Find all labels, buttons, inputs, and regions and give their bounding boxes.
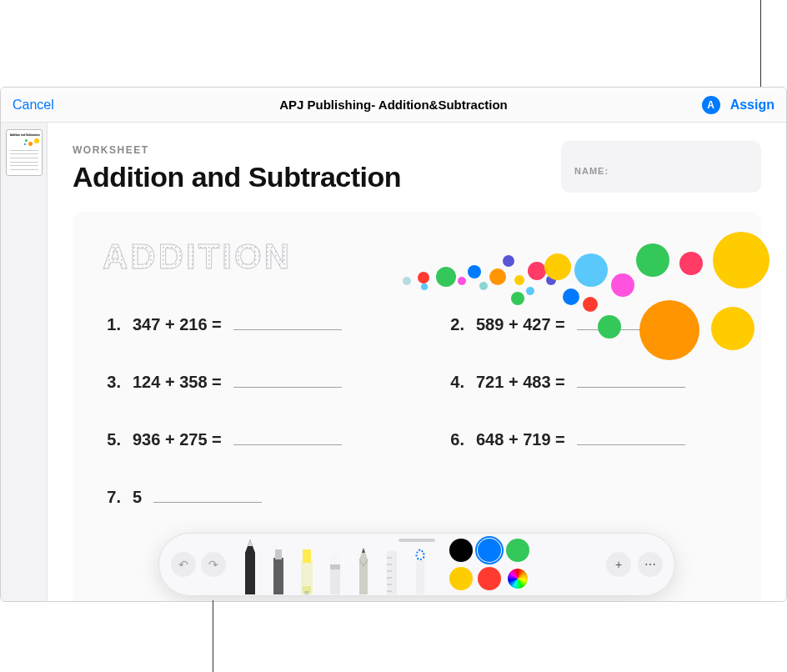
svg-rect-8 (330, 564, 340, 569)
bubble (598, 315, 621, 339)
problem-row: 7.5 (103, 486, 388, 507)
bubble (436, 267, 456, 287)
undo-button[interactable]: ↶ (171, 552, 196, 577)
problem-row: 5.936 + 275 = (103, 429, 388, 449)
app-window: Cancel APJ Publishing- Addition&Subtract… (0, 87, 787, 602)
marker-tool[interactable] (266, 546, 291, 594)
redo-button[interactable]: ↷ (201, 552, 226, 577)
bubble (489, 268, 506, 285)
lasso-tool[interactable] (408, 546, 433, 594)
problem-row: 4.721 + 483 = (446, 371, 731, 392)
answer-blank[interactable] (577, 371, 685, 388)
name-label: NAME: (574, 166, 748, 176)
color-yellow[interactable] (449, 567, 473, 590)
markup-toolbar: ↶ ↷ 80 + ⋯ (158, 533, 675, 596)
bubble (479, 282, 488, 290)
bubble (639, 300, 699, 360)
problem-row: 6.648 + 719 = (446, 429, 731, 449)
bubble (468, 265, 481, 278)
pencil-tool[interactable] (351, 546, 376, 594)
bubble (514, 275, 524, 285)
bubble (403, 277, 411, 285)
color-green[interactable] (506, 539, 529, 562)
color-blue[interactable] (478, 539, 501, 562)
bubble (528, 262, 546, 280)
body: Addition and Subtraction WORKSHEET Addit… (1, 123, 786, 601)
decorative-bubbles (403, 220, 769, 362)
svg-rect-3 (303, 549, 311, 563)
eraser-tool[interactable] (323, 546, 348, 594)
bubble (574, 253, 608, 287)
problem-number: 4. (446, 373, 464, 392)
add-button[interactable]: + (606, 552, 631, 577)
problem-equation: 721 + 483 = (476, 373, 565, 392)
bubble (503, 255, 514, 267)
worksheet-page: WORKSHEET Addition and Subtraction NAME:… (48, 123, 786, 601)
ruler-tool[interactable] (379, 546, 404, 594)
bubble (458, 277, 466, 285)
callout-line-top (760, 0, 761, 87)
document-canvas[interactable]: WORKSHEET Addition and Subtraction NAME:… (48, 123, 786, 601)
pen-tool[interactable] (238, 538, 263, 594)
highlighter-tool[interactable]: 80 (294, 546, 319, 594)
bubble (421, 283, 428, 290)
problem-number: 6. (446, 430, 464, 449)
bubble (583, 297, 598, 312)
tool-group: 80 (238, 534, 433, 594)
svg-text:80: 80 (304, 590, 309, 594)
color-wheel[interactable] (506, 567, 529, 590)
bubble (636, 243, 669, 277)
svg-rect-0 (273, 558, 283, 594)
problem-number: 1. (103, 315, 121, 334)
assign-button[interactable]: Assign (730, 98, 774, 113)
color-swatch-grid (449, 539, 529, 590)
callout-line-bottom (213, 600, 213, 672)
answer-blank[interactable] (233, 371, 342, 388)
problem-equation: 5 (133, 488, 142, 507)
bubble (711, 307, 754, 350)
name-field-box: NAME: (561, 141, 761, 193)
svg-rect-1 (275, 549, 282, 559)
bubble (526, 287, 534, 295)
toolbar-grip[interactable] (399, 539, 435, 542)
problem-number: 3. (103, 373, 121, 392)
svg-rect-17 (416, 559, 424, 594)
problem-row: 3.124 + 358 = (103, 371, 388, 392)
bubble (563, 288, 579, 305)
navbar: Cancel APJ Publishing- Addition&Subtract… (1, 88, 786, 123)
bubble (713, 232, 769, 288)
more-button[interactable]: ⋯ (638, 552, 663, 577)
problem-equation: 347 + 216 = (133, 315, 222, 334)
problem-row: 1.347 + 216 = (103, 313, 388, 334)
bubble (511, 292, 524, 305)
bubble (418, 272, 429, 283)
document-title: APJ Publishing- Addition&Subtraction (113, 98, 674, 112)
thumbnail-sidebar: Addition and Subtraction (1, 123, 48, 601)
markup-mode-icon[interactable]: A (702, 96, 720, 114)
page-thumbnail[interactable]: Addition and Subtraction (6, 129, 43, 176)
problem-equation: 648 + 719 = (476, 430, 565, 449)
bubble (679, 252, 703, 275)
problem-number: 5. (103, 430, 121, 449)
bubble (544, 253, 571, 280)
color-black[interactable] (449, 539, 473, 562)
cancel-button[interactable]: Cancel (13, 98, 54, 112)
problem-equation: 936 + 275 = (133, 430, 222, 449)
answer-blank[interactable] (577, 429, 685, 445)
problem-number: 7. (103, 488, 121, 507)
bubble (611, 273, 634, 297)
answer-blank[interactable] (233, 429, 342, 445)
problem-equation: 124 + 358 = (133, 373, 222, 392)
svg-rect-7 (330, 554, 340, 566)
answer-blank[interactable] (233, 313, 342, 330)
color-red[interactable] (478, 567, 501, 590)
answer-blank[interactable] (153, 486, 262, 503)
